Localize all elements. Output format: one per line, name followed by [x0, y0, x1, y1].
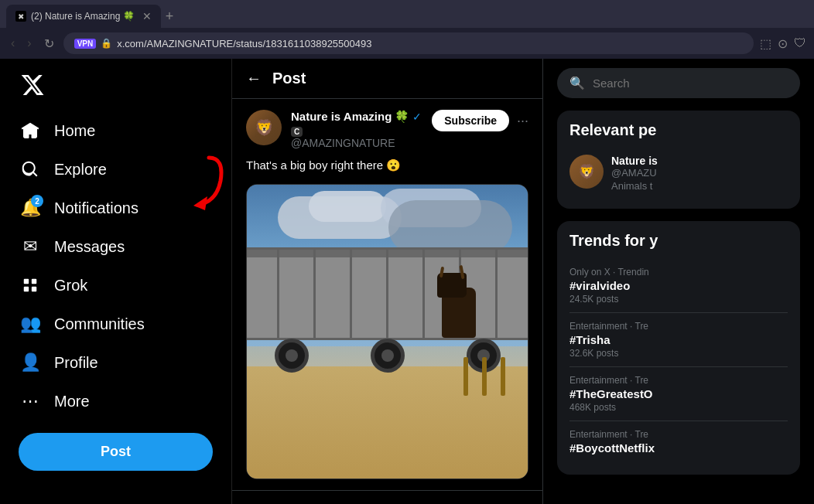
sidebar-item-home-label: Home — [54, 122, 95, 140]
sidebar-item-notifications[interactable]: 🔔 2 Notifications — [9, 189, 222, 227]
browser-tab[interactable]: ✖ (2) Nature is Amazing 🍀 ✕ — [6, 5, 161, 28]
screenshot-icon[interactable]: ⬚ — [760, 36, 771, 51]
sidebar: Home Explore 🔔 2 Notifications ✉ Message… — [0, 59, 232, 504]
trailer — [247, 247, 528, 373]
download-icon[interactable]: ⊙ — [778, 36, 788, 51]
subscribe-button[interactable]: Subscribe — [432, 110, 509, 131]
tweet-text: That's a big boy right there 😮 — [246, 157, 528, 175]
app-container: Home Explore 🔔 2 Notifications ✉ Message… — [0, 59, 814, 504]
cloud-left-2 — [309, 191, 386, 222]
post-header: ← Post — [232, 59, 542, 99]
sidebar-item-notifications-label: Notifications — [54, 199, 139, 217]
trend-item-2[interactable]: Entertainment · Tre #TheGreatestO 468K p… — [569, 367, 788, 421]
sidebar-item-messages-label: Messages — [54, 238, 125, 256]
post-title: Post — [272, 70, 306, 87]
browser-tabs: ✖ (2) Nature is Amazing 🍀 ✕ + — [0, 0, 814, 28]
relevant-person-avatar: 🦁 — [569, 155, 604, 189]
tweet-top: 🦁 Nature is Amazing 🍀 ✓ C @AMAZINGNATURE… — [246, 110, 528, 149]
right-sidebar: 🔍 Relevant pe 🦁 Nature is @AMAZU Animals… — [543, 59, 814, 504]
home-icon — [20, 121, 40, 141]
trends-section: Trends for y Only on X · Trendin #viralv… — [557, 221, 800, 475]
browser-chrome: ✖ (2) Nature is Amazing 🍀 ✕ + ‹ › ↻ VPN … — [0, 0, 814, 59]
url-text: x.com/AMAZINGNATURE/status/1831611038925… — [117, 38, 371, 49]
post-button[interactable]: Post — [19, 433, 213, 471]
notification-badge: 2 — [31, 195, 43, 207]
tweet-handle: @AMAZINGNATURE — [291, 137, 422, 149]
extensions-icon[interactable]: 🛡 — [794, 36, 806, 51]
tweet-media[interactable] — [246, 184, 528, 479]
sidebar-item-profile[interactable]: 👤 Profile — [9, 343, 222, 382]
svg-rect-1 — [24, 279, 29, 284]
trend-count-2: 468K posts — [569, 402, 788, 413]
tweet-user-info: Nature is Amazing 🍀 ✓ C @AMAZINGNATURE — [291, 110, 422, 149]
avatar[interactable]: 🦁 — [246, 110, 282, 145]
avatar-image: 🦁 — [246, 110, 282, 145]
trend-item-1[interactable]: Entertainment · Tre #Trisha 32.6K posts — [569, 313, 788, 367]
svg-rect-4 — [32, 287, 36, 291]
new-tab-button[interactable]: + — [161, 9, 179, 25]
trend-name-3: #BoycottNetflix — [569, 441, 788, 455]
reload-button[interactable]: ↻ — [41, 35, 57, 53]
trend-name-1: #Trisha — [569, 333, 788, 346]
tab-close-button[interactable]: ✕ — [142, 10, 152, 22]
main-content: ← Post 🦁 Nature is Amazing 🍀 ✓ C @AMAZIN… — [232, 59, 543, 504]
tweet-username-row: Nature is Amazing 🍀 ✓ C — [291, 110, 422, 137]
explore-icon — [20, 159, 40, 179]
svg-rect-3 — [32, 279, 36, 284]
sidebar-item-profile-label: Profile — [54, 354, 98, 372]
dark-cloud — [388, 200, 512, 254]
trend-meta-0: Only on X · Trendin — [569, 267, 788, 278]
trend-count-1: 32.6K posts — [569, 348, 788, 359]
sidebar-item-explore-label: Explore — [54, 161, 107, 179]
sidebar-item-messages[interactable]: ✉ Messages — [9, 227, 222, 266]
back-button[interactable]: ‹ — [8, 35, 18, 52]
tweet-actions-right: Subscribe ··· — [432, 110, 528, 131]
relevant-person-item[interactable]: 🦁 Nature is @AMAZU Animals t — [569, 148, 788, 198]
trend-meta-3: Entertainment · Tre — [569, 429, 788, 440]
vpn-badge: VPN — [74, 39, 97, 49]
fence — [463, 357, 505, 396]
sidebar-item-explore[interactable]: Explore — [9, 150, 222, 189]
back-button[interactable]: ← — [246, 70, 262, 87]
trend-item-0[interactable]: Only on X · Trendin #viralvideo 24.5K po… — [569, 259, 788, 313]
profile-icon: 👤 — [20, 352, 40, 373]
relevant-person-handle: @AMAZU — [611, 167, 788, 179]
search-bar[interactable]: 🔍 — [557, 68, 800, 98]
relevant-person-name: Nature is — [611, 155, 788, 167]
address-bar[interactable]: VPN 🔒 x.com/AMAZINGNATURE/status/1831611… — [63, 32, 754, 54]
trailer-slats — [247, 250, 528, 338]
more-icon: ⋯ — [20, 391, 40, 411]
trend-name-0: #viralvideo — [569, 279, 788, 292]
tweet-more-button[interactable]: ··· — [517, 113, 528, 129]
x-logo[interactable] — [9, 65, 222, 108]
scene-background — [247, 185, 528, 478]
relevant-person-desc: Animals t — [611, 180, 788, 192]
search-input[interactable] — [593, 77, 740, 90]
tweet-display-name: Nature is Amazing 🍀 — [291, 110, 409, 124]
search-icon: 🔍 — [569, 76, 585, 90]
trend-meta-1: Entertainment · Tre — [569, 321, 788, 332]
sidebar-item-communities[interactable]: 👥 Communities — [9, 305, 222, 343]
animal — [436, 257, 482, 338]
relevant-people-section: Relevant pe 🦁 Nature is @AMAZU Animals t — [557, 111, 800, 209]
lock-icon: 🔒 — [101, 38, 112, 49]
c-badge: C — [291, 127, 303, 137]
forward-button[interactable]: › — [24, 35, 34, 52]
communities-icon: 👥 — [20, 314, 40, 334]
sidebar-item-grok[interactable]: Grok — [9, 266, 222, 305]
sidebar-item-home[interactable]: Home — [9, 111, 222, 150]
trend-item-3[interactable]: Entertainment · Tre #BoycottNetflix — [569, 421, 788, 464]
trend-meta-2: Entertainment · Tre — [569, 375, 788, 386]
trend-count-0: 24.5K posts — [569, 294, 788, 305]
trailer-body — [247, 247, 528, 340]
sidebar-item-more-label: More — [54, 393, 90, 410]
verified-badge: ✓ — [412, 111, 422, 123]
trends-title: Trends for y — [569, 232, 788, 250]
tab-favicon: ✖ — [15, 11, 26, 22]
browser-toolbar: ‹ › ↻ VPN 🔒 x.com/AMAZINGNATURE/status/1… — [0, 28, 814, 59]
relevant-person-info: Nature is @AMAZU Animals t — [611, 155, 788, 192]
sidebar-item-more[interactable]: ⋯ More — [9, 382, 222, 421]
trend-name-2: #TheGreatestO — [569, 387, 788, 400]
relevant-people-title: Relevant pe — [569, 121, 788, 139]
grok-icon — [20, 275, 40, 295]
